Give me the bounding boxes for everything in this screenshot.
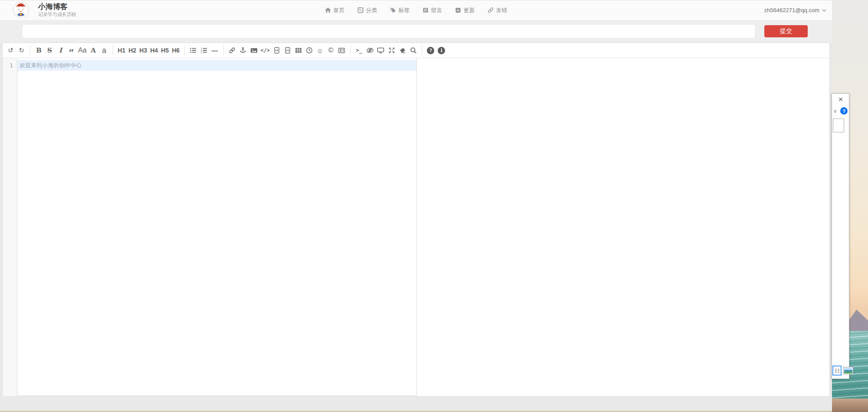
nav-item-categories[interactable]: 分类: [357, 7, 377, 14]
compose-title-bar: 提交: [0, 20, 832, 43]
italic-button[interactable]: I: [55, 44, 66, 56]
code-block-button[interactable]: [271, 44, 282, 56]
blog-subtitle: 记录学习成长历程: [38, 11, 76, 18]
preview-button[interactable]: [375, 44, 386, 56]
nav-label: 友链: [496, 7, 508, 14]
pagebreak-button[interactable]: [336, 44, 347, 56]
h3-icon: H3: [139, 47, 147, 54]
code-block-icon: [273, 47, 280, 54]
list-ul-button[interactable]: [188, 44, 199, 56]
nav-item-tags[interactable]: 标签: [390, 7, 410, 14]
side-panel-controls: ∨ ?: [832, 107, 849, 115]
nav-item-home[interactable]: 首页: [325, 7, 345, 14]
redo-button[interactable]: ↻: [16, 44, 27, 56]
h2-button[interactable]: H2: [127, 44, 138, 56]
h5-icon: H5: [161, 47, 169, 54]
emoji-button[interactable]: ☺: [314, 44, 325, 56]
quote-button[interactable]: “: [66, 46, 77, 59]
nav-item-friend-links[interactable]: 友链: [488, 7, 508, 14]
h2-icon: H2: [128, 47, 136, 54]
close-button[interactable]: ×: [835, 94, 846, 105]
nav-item-messages[interactable]: 留言: [423, 7, 442, 14]
side-panel-view-switch: [832, 366, 853, 376]
image-view-button[interactable]: [843, 367, 853, 374]
nav-label: 分类: [366, 7, 377, 14]
brand-text: 小海博客 记录学习成长历程: [38, 3, 76, 18]
side-panel-input[interactable]: [833, 119, 844, 132]
post-title-input[interactable]: [23, 25, 755, 38]
svg-text:3: 3: [201, 51, 202, 54]
chevron-down-icon[interactable]: ∨: [833, 108, 837, 114]
undo-button[interactable]: ↺: [5, 44, 16, 56]
h6-button[interactable]: H6: [170, 44, 181, 56]
brand[interactable]: 小海博客 记录学习成长历程: [13, 2, 76, 18]
image-button[interactable]: [249, 44, 259, 56]
ucwords-button[interactable]: Aa: [77, 44, 88, 56]
info-icon: i: [438, 47, 445, 54]
toolbar-separator: [113, 45, 113, 56]
user-account-menu[interactable]: zh56462271@qq.com: [764, 0, 826, 20]
link-button[interactable]: [227, 44, 238, 56]
site-logo-avatar[interactable]: [13, 2, 29, 18]
list-view-button[interactable]: [832, 366, 842, 376]
ucwords-icon: Aa: [78, 46, 87, 54]
monitor-icon: [377, 47, 384, 54]
info-button[interactable]: i: [436, 44, 447, 56]
datetime-icon: [306, 47, 313, 54]
h6-icon: H6: [172, 47, 180, 54]
link-icon: [229, 47, 236, 54]
user-email: zh56462271@qq.com: [764, 7, 819, 13]
markdown-editor: ↺ ↻ B S I “ Aa A a H1 H2 H3 H4 H5 H6: [2, 43, 830, 396]
preformatted-text-button[interactable]: [282, 44, 293, 56]
chevron-down-icon: [822, 9, 826, 12]
inline-code-button[interactable]: </>: [259, 44, 272, 56]
anchor-button[interactable]: [238, 44, 249, 56]
nav-item-updates[interactable]: 更新: [455, 7, 475, 14]
message-list-icon: [423, 7, 429, 13]
caret-square-up-icon: [455, 7, 462, 13]
search-icon: [410, 47, 417, 54]
toolbar-separator: [30, 45, 30, 56]
h3-button[interactable]: H3: [138, 44, 149, 56]
emoji-icon: ☺: [317, 47, 323, 54]
pagebreak-icon: [338, 47, 345, 54]
goto-line-button[interactable]: >_: [354, 44, 364, 56]
line-number: 1: [3, 60, 17, 71]
h4-button[interactable]: H4: [149, 44, 160, 56]
lowercase-icon: a: [102, 46, 106, 55]
watch-button[interactable]: [364, 44, 375, 56]
list-ul-icon: [190, 47, 197, 54]
redo-icon: ↻: [19, 46, 24, 54]
nav-label: 首页: [334, 7, 345, 14]
blog-title: 小海博客: [38, 3, 76, 11]
strikethrough-button[interactable]: S: [44, 44, 55, 56]
anchor-icon: [239, 47, 246, 54]
h5-button[interactable]: H5: [160, 44, 170, 56]
active-line[interactable]: 欢迎来到小海的创作中心: [17, 60, 416, 71]
html-entities-button[interactable]: ©: [325, 44, 336, 56]
horizontal-rule-button[interactable]: —: [210, 44, 220, 56]
list-ol-button[interactable]: 1 2 3: [199, 44, 210, 56]
image-icon: [250, 47, 258, 54]
h1-icon: H1: [118, 47, 125, 54]
code-input-area[interactable]: 欢迎来到小海的创作中心: [17, 58, 416, 396]
fullscreen-button[interactable]: [386, 44, 397, 56]
uppercase-icon: A: [91, 46, 96, 54]
lowercase-button[interactable]: a: [99, 44, 110, 56]
nav-label: 标签: [399, 7, 410, 14]
nav-label: 留言: [431, 7, 442, 14]
table-button[interactable]: [293, 44, 304, 56]
search-button[interactable]: [408, 44, 419, 56]
datetime-button[interactable]: [304, 44, 314, 56]
help-button[interactable]: ?: [425, 44, 436, 56]
bold-button[interactable]: B: [33, 44, 44, 56]
help-badge-button[interactable]: ?: [840, 107, 848, 115]
submit-button[interactable]: 提交: [764, 25, 808, 37]
nav-label: 更新: [464, 7, 475, 14]
preformatted-text-icon: [284, 47, 291, 54]
h1-button[interactable]: H1: [116, 44, 127, 56]
clear-button[interactable]: [397, 44, 408, 56]
uppercase-button[interactable]: A: [88, 44, 99, 56]
tag-icon: [390, 7, 396, 13]
html-entities-icon: ©: [328, 46, 334, 54]
